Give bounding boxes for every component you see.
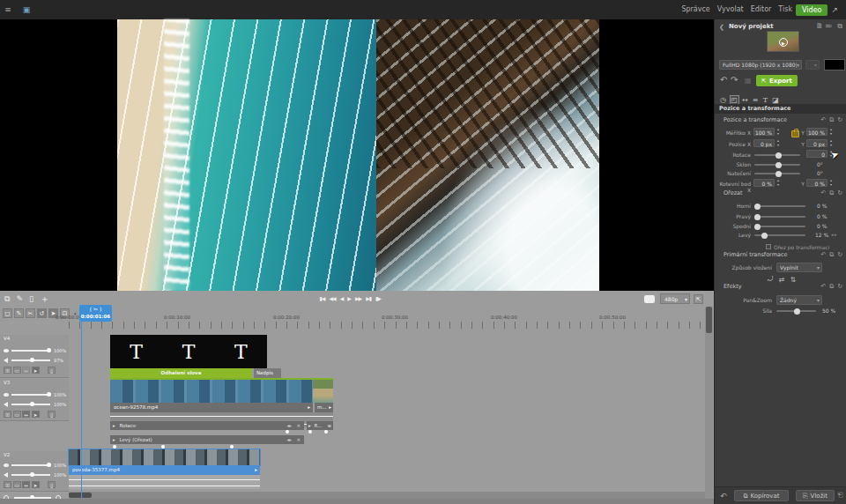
camera-icon[interactable] — [644, 295, 655, 303]
reset-icon[interactable]: ↻ — [837, 251, 842, 258]
speaker-icon[interactable] — [4, 472, 8, 478]
keyframe-row-rotation-2[interactable]: ▸ R... ≡ — [307, 421, 333, 430]
anchor-x-stepper[interactable]: ▴▾ — [776, 179, 781, 187]
close-icon[interactable]: × — [296, 435, 301, 444]
tilt-slider[interactable] — [754, 173, 800, 174]
preview-rocks-clip[interactable] — [376, 19, 599, 291]
module-vyvolat[interactable]: Vyvolat — [714, 0, 747, 19]
rename-icon[interactable]: ≕ — [825, 22, 832, 31]
module-editor[interactable]: Editor — [747, 0, 776, 19]
delete-clip-icon[interactable]: ▯ — [29, 294, 33, 303]
copy-icon[interactable]: ⧉ — [829, 283, 834, 290]
quality-select[interactable]: 480p ▾ — [660, 293, 690, 304]
reset-icon[interactable]: ↻ — [837, 116, 842, 123]
opacity-thumb[interactable] — [47, 392, 51, 397]
ocean-clip-thumbnails[interactable] — [110, 378, 313, 403]
crop-left-slider[interactable] — [754, 234, 805, 236]
volume-thumb[interactable] — [30, 472, 34, 477]
volume-slider[interactable] — [11, 359, 50, 361]
undo-icon[interactable]: ↶ — [720, 492, 727, 500]
ocean-clip-bar[interactable]: ocean-92578.mp4 ▸ — [110, 403, 313, 412]
horizontal-scrollbar-thumb[interactable] — [69, 493, 92, 498]
sync-icon[interactable]: ↔ — [22, 481, 30, 488]
keyframe-dot[interactable] — [161, 445, 165, 448]
tab-text-icon[interactable]: T — [761, 96, 769, 104]
select-tool-icon[interactable]: ◻ — [3, 308, 12, 318]
auto-icon[interactable]: ➤ — [32, 481, 40, 488]
redo-icon[interactable]: ↷ — [731, 76, 738, 85]
anchor-y-stepper[interactable]: ▴▾ — [828, 179, 834, 187]
scale-y-stepper[interactable]: ▴▾ — [828, 128, 834, 136]
insert-mode-icon[interactable]: ▭ — [13, 481, 21, 488]
playhead-line[interactable] — [81, 308, 82, 499]
keyframe-dot[interactable] — [286, 430, 289, 434]
insert-mode-icon[interactable]: ▭ — [13, 367, 21, 374]
chevron-right-icon[interactable]: ▸ — [308, 403, 310, 412]
crop-top-slider[interactable] — [754, 205, 805, 207]
link-clip-icon[interactable]: ✎ — [16, 294, 23, 303]
back-icon[interactable]: ❮ — [719, 23, 724, 32]
edit-tool-icon[interactable]: ✎ — [14, 308, 24, 318]
add-clip-icon[interactable]: ＋ — [40, 293, 49, 306]
new-document-icon[interactable]: 🗎 — [816, 22, 823, 31]
duplicate-icon[interactable]: ⧉ — [837, 22, 842, 31]
sync-icon[interactable]: ↔ — [22, 411, 30, 418]
paste-special-icon[interactable]: ⎗ — [838, 491, 843, 500]
panzoom-select[interactable]: Žádný ▾ — [776, 295, 822, 305]
speaker-icon[interactable] — [4, 402, 8, 407]
auto-icon[interactable]: ➤ — [32, 367, 40, 374]
export-button[interactable]: ⇱ Export — [756, 75, 798, 86]
trash-icon[interactable]: ▯ — [48, 367, 56, 374]
reset-icon[interactable]: ↻ — [837, 283, 842, 290]
flip-vertical-icon[interactable]: ⇅ — [790, 276, 796, 284]
layers-icon[interactable]: ≡ — [3, 4, 13, 15]
keyframe-dot[interactable] — [308, 430, 312, 434]
crop-bottom-slider[interactable] — [754, 226, 805, 227]
anchor-x-input[interactable]: 0 % — [753, 179, 775, 187]
eye-icon[interactable] — [4, 463, 9, 467]
module-video-active[interactable]: Video — [796, 4, 827, 16]
next-clip-button[interactable]: ▶▮ — [366, 295, 371, 301]
rotation-slider-thumb[interactable] — [776, 152, 782, 159]
m-clip-bar[interactable]: m... ▸ — [315, 403, 333, 412]
copy-icon[interactable]: ⧉ — [829, 116, 834, 123]
crop-right-thumb[interactable] — [754, 214, 761, 220]
project-thumbnail[interactable]: ▶ — [767, 31, 799, 52]
module-sprava[interactable]: Správce — [678, 0, 713, 19]
next-frame-button[interactable]: ▶▶ — [355, 295, 361, 301]
fps-select[interactable]: ▾ — [805, 60, 820, 70]
paste-button[interactable]: ⎘ Vložit — [796, 490, 835, 501]
chevron-right-icon[interactable]: ▸ — [113, 423, 115, 428]
volume-slider[interactable] — [11, 474, 50, 476]
tilt-slider-thumb[interactable] — [776, 171, 782, 177]
keyframe-nav-icons[interactable]: ◂ ▸ — [831, 232, 837, 237]
strength-slider[interactable] — [776, 310, 816, 312]
chevron-right-icon[interactable]: ▸ — [308, 423, 311, 428]
flood-clip-thumbnails[interactable] — [69, 449, 260, 465]
video-preview-canvas[interactable] — [0, 19, 714, 291]
tab-vignette-icon[interactable]: ◪ — [772, 96, 780, 104]
title2-clip-bar[interactable]: Nadpis — [254, 368, 281, 378]
keyframe-nav-icons[interactable]: ◂▸ — [286, 435, 292, 444]
skew-slider-thumb[interactable] — [776, 162, 782, 168]
undo-icon[interactable]: ↶ — [720, 76, 727, 85]
position-x-stepper[interactable]: ▴▾ — [776, 139, 781, 147]
keyframe-dot[interactable] — [324, 430, 328, 434]
copy-button[interactable]: ⧉ Kopírovat — [734, 490, 789, 501]
strength-slider-thumb[interactable] — [794, 308, 800, 315]
scale-x-stepper[interactable]: ▴▾ — [776, 128, 781, 136]
copy-icon[interactable]: ⧉ — [829, 189, 834, 196]
insert-mode-select[interactable]: Vyplnit ▾ — [776, 263, 822, 272]
external-window-icon[interactable]: ↗ — [827, 0, 842, 19]
opacity-slider[interactable] — [11, 464, 50, 466]
flood-audio-envelope[interactable] — [69, 475, 260, 489]
title-clip-preview[interactable]: T T T — [110, 335, 267, 368]
vertical-scrollbar-thumb[interactable] — [706, 307, 712, 333]
close-icon[interactable]: × — [296, 421, 301, 430]
curve-tool-icon[interactable]: ↺ — [37, 308, 47, 318]
second-clip-thumbnail[interactable] — [313, 378, 333, 403]
rotation-input[interactable]: 0 — [806, 150, 827, 158]
volume-thumb[interactable] — [30, 402, 34, 406]
title-clip-bar[interactable]: Odhalení slova — [110, 368, 252, 378]
position-y-stepper[interactable]: ▴▾ — [828, 139, 834, 147]
